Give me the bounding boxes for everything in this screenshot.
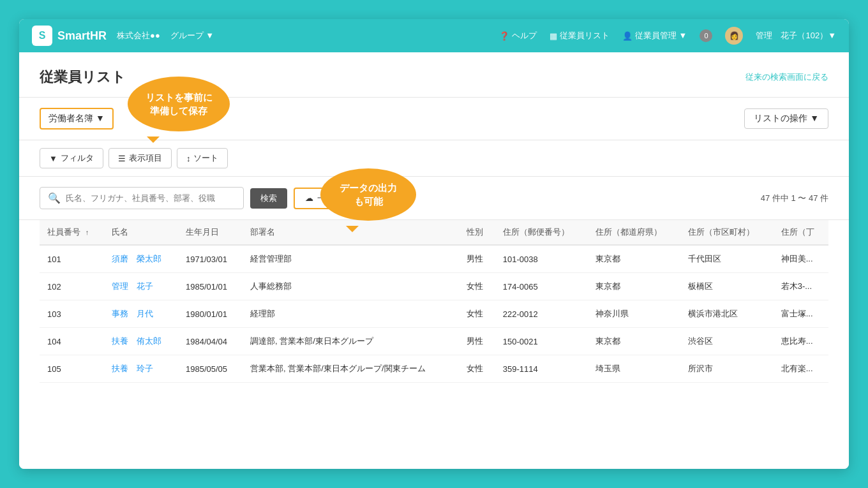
table-cell: 1985/01/01	[178, 273, 243, 300]
table-cell: 東京都	[588, 273, 680, 300]
page-title: 従業員リスト	[40, 68, 126, 87]
list-icon: ☰	[118, 154, 126, 163]
table-wrapper: 社員番号 ↑ 氏名 生年月日 部署名 性別 住所（郵便番号） 住所（都道府県） …	[19, 220, 849, 396]
table-cell: 359-1114	[495, 355, 588, 383]
employee-name-link[interactable]: 須磨 榮太郎	[112, 254, 161, 263]
table-cell: 恵比寿...	[774, 328, 828, 355]
table-cell: 若木3-...	[774, 273, 828, 300]
table-cell: 女性	[459, 355, 495, 383]
logo[interactable]: S SmartHR	[32, 26, 107, 46]
list-operations-button[interactable]: リストの操作 ▼	[744, 108, 828, 129]
display-label: 表示項目	[129, 152, 162, 164]
help-nav-item[interactable]: ❓ ヘルプ	[499, 30, 537, 41]
page-header: 従業員リスト リストを事前に準備して保存 従来の検索画面に戻る	[19, 52, 849, 98]
table-cell: 150-0021	[495, 328, 588, 355]
table-row: 102管理 花子1985/01/01人事総務部女性174-0065東京都板橋区若…	[40, 273, 828, 300]
filter-button[interactable]: ▼ フィルタ	[40, 148, 103, 168]
download-button[interactable]: ☁ 一覧のダウンロード	[294, 188, 403, 209]
employee-name-link[interactable]: 扶養 侑太郎	[112, 336, 161, 346]
table-cell: 女性	[459, 300, 495, 328]
col-name: 氏名	[104, 220, 178, 245]
person-icon: 👤	[622, 31, 632, 41]
table-cell: 北有楽...	[774, 355, 828, 383]
filter-bar: ▼ フィルタ ☰ 表示項目 ↕ ソート	[19, 140, 849, 177]
table-cell: 1971/03/01	[178, 245, 243, 273]
search-input[interactable]	[66, 193, 236, 203]
company-name[interactable]: 株式会社●●	[117, 30, 160, 41]
question-icon: ❓	[499, 31, 509, 41]
display-items-button[interactable]: ☰ 表示項目	[108, 148, 172, 168]
table-cell: 1984/04/04	[178, 328, 243, 355]
col-gender: 性別	[459, 220, 495, 245]
employee-name-link[interactable]: 事務 月代	[112, 309, 153, 318]
employee-list-nav-item[interactable]: ▦ 従業員リスト	[550, 30, 610, 41]
table-cell: 女性	[459, 273, 495, 300]
table-cell: 板橋区	[680, 273, 773, 300]
table-cell: 神奈川県	[588, 300, 680, 328]
table-row: 101須磨 榮太郎1971/03/01経営管理部男性101-0038東京都千代田…	[40, 245, 828, 273]
employee-name-link[interactable]: 扶養 玲子	[112, 364, 153, 373]
table-cell: 千代田区	[680, 245, 773, 273]
search-bar: 🔍 検索 ☁ 一覧のダウンロード データの出力も可能 47 件中 1 〜 47 …	[19, 177, 849, 220]
table-cell: 経営管理部	[243, 245, 459, 273]
employee-name-link[interactable]: 管理 花子	[112, 281, 153, 291]
col-dept: 部署名	[243, 220, 459, 245]
table-row: 105扶養 玲子1985/05/05営業本部, 営業本部/東日本グループ/関東チ…	[40, 355, 828, 383]
sort-label: ソート	[193, 152, 218, 164]
sort-asc-icon: ↑	[86, 228, 89, 236]
col-employee-id[interactable]: 社員番号 ↑	[40, 220, 104, 245]
search-input-wrapper: 🔍	[40, 187, 244, 209]
filter-icon: ▼	[49, 154, 57, 163]
table-cell: 105	[40, 355, 104, 383]
table-cell: 渋谷区	[680, 328, 773, 355]
table-cell: 222-0012	[495, 300, 588, 328]
logo-icon: S	[32, 26, 52, 46]
col-addr: 住所（丁	[774, 220, 828, 245]
search-button[interactable]: 検索	[250, 188, 287, 209]
notif-count: 0	[704, 32, 708, 40]
search-icon: 🔍	[48, 192, 61, 204]
header-nav: ❓ ヘルプ ▦ 従業員リスト 👤 従業員管理 ▼ 0 👩 管理 花子（102）▼	[499, 27, 836, 45]
user-menu[interactable]: 管理 花子（102）▼	[756, 30, 836, 41]
main-content: 従業員リスト リストを事前に準備して保存 従来の検索画面に戻る 労働者名簿 ▼ …	[19, 52, 849, 469]
table-cell: 埼玉県	[588, 355, 680, 383]
download-label: 一覧のダウンロード	[317, 193, 392, 204]
table-cell: 営業本部, 営業本部/東日本グループ/関東チーム	[243, 355, 459, 383]
table-cell: 調達部, 営業本部/東日本グループ	[243, 328, 459, 355]
app-header: S SmartHR 株式会社●● グループ ▼ ❓ ヘルプ ▦ 従業員リスト 👤…	[19, 19, 849, 52]
table-cell: 経理部	[243, 300, 459, 328]
table-cell: 174-0065	[495, 273, 588, 300]
col-pref: 住所（都道府県）	[588, 220, 680, 245]
list-icon: ▦	[550, 31, 557, 41]
table-cell: 104	[40, 328, 104, 355]
table-cell: 1985/05/05	[178, 355, 243, 383]
table-cell: 102	[40, 273, 104, 300]
employee-mgmt-nav-item[interactable]: 👤 従業員管理 ▼	[622, 30, 687, 41]
table-cell: 所沢市	[680, 355, 773, 383]
table-cell: 男性	[459, 245, 495, 273]
list-selector-button[interactable]: 労働者名簿 ▼	[40, 108, 114, 129]
table-cell: 神田美...	[774, 245, 828, 273]
table-cell: 東京都	[588, 328, 680, 355]
sort-button[interactable]: ↕ ソート	[177, 148, 228, 168]
filter-label: フィルタ	[61, 152, 94, 164]
logo-text: SmartHR	[57, 29, 107, 43]
back-link[interactable]: 従来の検索画面に戻る	[745, 71, 828, 83]
employee-list-label: 従業員リスト	[560, 30, 610, 41]
table-cell: 横浜市港北区	[680, 300, 773, 328]
employee-table: 社員番号 ↑ 氏名 生年月日 部署名 性別 住所（郵便番号） 住所（都道府県） …	[40, 220, 828, 383]
table-row: 104扶養 侑太郎1984/04/04調達部, 営業本部/東日本グループ男性15…	[40, 328, 828, 355]
user-name: 管理 花子（102）▼	[756, 30, 836, 41]
table-row: 103事務 月代1980/01/01経理部女性222-0012神奈川県横浜市港北…	[40, 300, 828, 328]
download-icon: ☁	[305, 193, 313, 203]
table-cell: 人事総務部	[243, 273, 459, 300]
col-dob: 生年月日	[178, 220, 243, 245]
group-label[interactable]: グループ ▼	[170, 30, 214, 41]
notification-badge[interactable]: 0	[700, 29, 712, 42]
table-header-row: 社員番号 ↑ 氏名 生年月日 部署名 性別 住所（郵便番号） 住所（都道府県） …	[40, 220, 828, 245]
help-label: ヘルプ	[512, 30, 537, 41]
table-body: 101須磨 榮太郎1971/03/01経営管理部男性101-0038東京都千代田…	[40, 245, 828, 383]
employee-mgmt-label: 従業員管理 ▼	[635, 30, 687, 41]
table-cell: 男性	[459, 328, 495, 355]
search-count: 47 件中 1 〜 47 件	[761, 193, 828, 204]
